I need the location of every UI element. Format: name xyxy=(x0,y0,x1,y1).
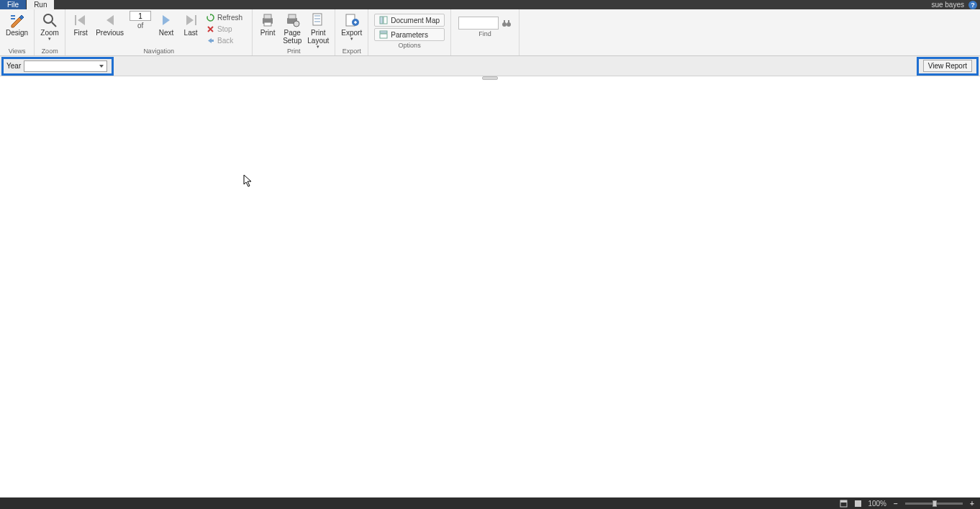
cursor-icon xyxy=(243,174,253,187)
print-layout-label: Print Layout xyxy=(307,29,329,45)
ribbon-toolbar: Design Views Zoom ▾ Zoom First xyxy=(0,9,980,56)
status-bar: 100% − + xyxy=(0,497,980,509)
status-layout-icon-2[interactable] xyxy=(853,499,862,508)
svg-point-0 xyxy=(44,14,53,23)
binoculars-icon[interactable] xyxy=(502,18,512,28)
zoom-in-button[interactable]: + xyxy=(968,500,976,508)
ribbon-group-find: Find xyxy=(451,9,520,55)
tab-file[interactable]: File xyxy=(0,0,27,9)
stop-button: Stop xyxy=(203,24,245,35)
page-of-label: of xyxy=(137,22,143,30)
parameters-icon xyxy=(379,30,388,39)
svg-rect-12 xyxy=(314,18,320,19)
ribbon-group-export: Export ▾ Export xyxy=(335,9,368,55)
chevron-down-icon: ▾ xyxy=(48,36,51,42)
page-setup-icon xyxy=(284,12,300,28)
print-layout-icon xyxy=(310,12,326,28)
first-label: First xyxy=(73,29,87,37)
svg-rect-3 xyxy=(212,40,214,42)
design-label: Design xyxy=(6,29,28,37)
menu-tabs: File Run xyxy=(0,0,54,9)
chevron-down-icon: ▾ xyxy=(350,36,353,42)
previous-label: Previous xyxy=(96,29,124,37)
page-number-box: of xyxy=(127,11,154,30)
zoom-percent-label: 100% xyxy=(868,500,886,508)
user-name-label: sue bayes xyxy=(931,1,964,9)
print-layout-button[interactable]: Print Layout ▾ xyxy=(304,11,332,51)
back-button: Back xyxy=(203,35,245,46)
export-icon xyxy=(344,12,360,28)
svg-point-9 xyxy=(294,21,299,27)
svg-rect-5 xyxy=(264,14,271,19)
last-page-button[interactable]: Last xyxy=(178,11,203,38)
print-label: Print xyxy=(260,29,276,37)
view-report-button[interactable]: View Report xyxy=(923,60,972,72)
document-map-label: Document Map xyxy=(391,17,440,24)
ribbon-group-views: Design Views xyxy=(0,9,35,55)
zoom-icon xyxy=(42,12,58,28)
next-page-button[interactable]: Next xyxy=(154,11,178,38)
zoom-out-button[interactable]: − xyxy=(892,500,899,508)
previous-page-button[interactable]: Previous xyxy=(93,11,127,38)
svg-rect-8 xyxy=(289,14,296,19)
group-label-export: Export xyxy=(338,47,365,55)
next-label: Next xyxy=(159,29,174,37)
group-label-views: Views xyxy=(3,47,31,55)
svg-rect-26 xyxy=(855,500,861,507)
design-button[interactable]: Design xyxy=(3,11,31,38)
refresh-button[interactable]: Refresh xyxy=(203,12,245,23)
previous-page-icon xyxy=(102,12,118,28)
svg-rect-17 xyxy=(384,17,387,24)
param-year-highlight: Year xyxy=(1,57,114,76)
page-number-input[interactable] xyxy=(130,11,151,21)
zoom-slider-thumb[interactable] xyxy=(933,500,937,507)
svg-rect-2 xyxy=(195,15,196,25)
last-label: Last xyxy=(184,29,198,37)
design-icon xyxy=(9,12,25,28)
svg-rect-25 xyxy=(840,500,847,503)
back-icon xyxy=(206,37,214,45)
title-bar: File Run sue bayes ? xyxy=(0,0,980,9)
svg-rect-11 xyxy=(314,15,320,17)
print-button[interactable]: Print xyxy=(255,11,280,38)
svg-rect-22 xyxy=(504,20,505,23)
zoom-slider[interactable] xyxy=(905,503,963,505)
document-map-button[interactable]: Document Map xyxy=(374,14,445,27)
stop-icon xyxy=(206,25,214,34)
svg-rect-19 xyxy=(380,34,387,38)
stop-label: Stop xyxy=(217,25,232,33)
first-page-button[interactable]: First xyxy=(68,11,93,38)
ribbon-group-print: Print Page Setup Print Layout ▾ Print xyxy=(253,9,335,55)
report-viewer-area xyxy=(0,80,980,494)
help-icon[interactable]: ? xyxy=(968,1,977,9)
ribbon-group-options: Document Map Parameters Options xyxy=(368,9,451,55)
svg-rect-23 xyxy=(508,20,509,23)
svg-rect-1 xyxy=(75,15,76,25)
document-map-icon xyxy=(379,16,388,24)
back-label: Back xyxy=(217,37,233,45)
page-setup-label: Page Setup xyxy=(283,29,301,45)
group-label-options: Options xyxy=(371,41,448,50)
parameters-label: Parameters xyxy=(391,31,428,39)
svg-rect-16 xyxy=(380,17,383,24)
svg-rect-6 xyxy=(264,22,271,26)
zoom-button[interactable]: Zoom ▾ xyxy=(37,11,62,43)
view-report-highlight: View Report xyxy=(917,57,979,76)
last-page-icon xyxy=(183,12,199,28)
tab-run[interactable]: Run xyxy=(27,0,54,9)
next-page-icon xyxy=(158,12,174,28)
nav-actions-column: Refresh Stop Back xyxy=(203,11,245,46)
parameters-button[interactable]: Parameters xyxy=(374,28,445,41)
param-year-label: Year xyxy=(6,62,21,70)
refresh-label: Refresh xyxy=(217,14,242,22)
find-input[interactable] xyxy=(458,17,499,30)
group-label-find: Find xyxy=(454,30,516,38)
ribbon-group-navigation: First Previous of Next xyxy=(65,9,253,55)
svg-rect-18 xyxy=(380,31,387,33)
svg-rect-13 xyxy=(314,21,320,22)
param-year-dropdown[interactable] xyxy=(24,60,107,72)
export-button[interactable]: Export ▾ xyxy=(338,11,365,43)
status-layout-icon-1[interactable] xyxy=(839,499,848,508)
print-icon xyxy=(260,12,276,28)
page-setup-button[interactable]: Page Setup xyxy=(280,11,304,46)
